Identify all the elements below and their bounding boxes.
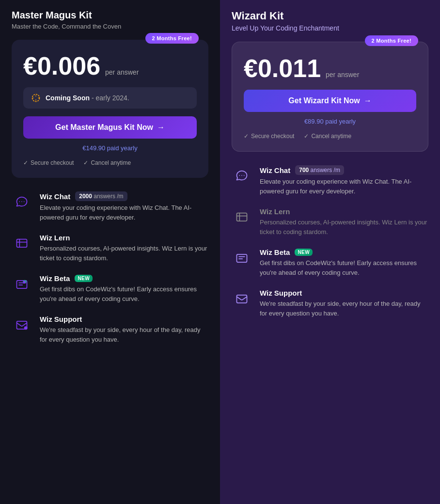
right-trust-badges: ✓ Secure checkout ✓ Cancel anytime: [244, 133, 416, 140]
wizbeta-icon-left: N: [12, 274, 32, 295]
svg-rect-1: [17, 239, 27, 247]
right-feature-wizchat: Wiz Chat 700 answers /m Elevate your cod…: [232, 165, 428, 196]
right-wizsupport-desc: We're steadfast by your side, every hour…: [260, 299, 428, 318]
right-feature-wizbeta: Wiz Beta NEW Get first dibs on CodeWiz's…: [232, 248, 428, 277]
right-wizchat-desc: Elevate your coding experience with Wiz …: [260, 177, 428, 196]
wizchat-icon-right: [232, 165, 252, 186]
left-wizsupport-name: Wiz Support: [40, 315, 82, 323]
left-panel: Master Magus Kit Master the Code, Comman…: [0, 0, 220, 504]
left-title: Master Magus Kit: [12, 10, 208, 21]
right-wizbeta-name: Wiz Beta: [260, 248, 290, 256]
coming-soon-text: Coming Soon - early 2024.: [46, 94, 129, 102]
left-wizbeta-name: Wiz Beta: [40, 274, 70, 283]
right-wizsupport-name: Wiz Support: [260, 289, 302, 297]
check-icon-1: ✓: [23, 159, 28, 166]
wizlern-icon-left: [12, 234, 32, 254]
left-subtitle: Master the Code, Command the Coven: [12, 23, 208, 30]
left-free-badge: 2 Months Free!: [145, 33, 199, 44]
right-check-icon-1: ✓: [244, 133, 249, 140]
wizlern-icon-right: [232, 207, 252, 228]
wizchat-icon-left: [12, 191, 32, 212]
left-pricing-card: 2 Months Free! €0.006 per answer Coming …: [12, 40, 208, 178]
right-wizbeta-badge: NEW: [295, 249, 313, 256]
right-check-icon-2: ✓: [304, 133, 309, 140]
left-feature-wizchat: Wiz Chat 2000 answers /m Elevate your co…: [12, 191, 208, 222]
left-wizsupport-desc: We're steadfast by your side, every hour…: [40, 325, 208, 344]
right-per-answer: per answer: [326, 71, 359, 79]
left-wizchat-badge: 2000 answers /m: [75, 191, 127, 201]
left-trust-badges: ✓ Secure checkout ✓ Cancel anytime: [23, 159, 197, 166]
check-icon-2: ✓: [83, 159, 88, 166]
svg-rect-6: [237, 213, 247, 221]
left-wizlern-name: Wiz Lern: [40, 234, 70, 242]
left-cancel-anytime: ✓ Cancel anytime: [83, 159, 131, 166]
left-wizlern-desc: Personalized courses, AI-powered insight…: [40, 244, 208, 263]
left-feature-wizbeta: N Wiz Beta NEW Get first dibs on CodeWiz…: [12, 274, 208, 303]
left-wizchat-desc: Elevate your coding experience with Wiz …: [40, 203, 208, 222]
wizbeta-icon-right: [232, 248, 252, 268]
wizsupport-icon-left: [12, 315, 32, 335]
left-wizbeta-desc: Get first dibs on CodeWiz's future! Earl…: [40, 284, 208, 303]
left-wizbeta-badge: NEW: [75, 275, 93, 282]
svg-point-5: [24, 326, 28, 330]
right-pricing-card: 2 Months Free! €0.011 per answer Get Wiz…: [232, 42, 428, 152]
right-title: Wizard Kit: [232, 10, 428, 22]
spinner-icon: [31, 93, 41, 103]
left-feature-wizlern: Wiz Lern Personalized courses, AI-powere…: [12, 234, 208, 263]
right-feature-wizlern: Wiz Lern Personalized courses, AI-powere…: [232, 207, 428, 236]
wizsupport-icon-right: [232, 289, 252, 309]
right-wizchat-name: Wiz Chat: [260, 166, 290, 174]
right-free-badge: 2 Months Free!: [365, 35, 418, 46]
left-per-answer: per answer: [105, 68, 139, 76]
left-feature-wizsupport: Wiz Support We're steadfast by your side…: [12, 315, 208, 344]
right-wizchat-badge: 700 answers /m: [295, 165, 344, 175]
right-wizbeta-desc: Get first dibs on CodeWiz's future! Earl…: [260, 258, 428, 277]
coming-soon-box: Coming Soon - early 2024.: [23, 87, 197, 109]
right-price: €0.011: [244, 56, 321, 81]
left-price: €0.006: [23, 53, 100, 79]
left-yearly-price: €149.90 paid yearly: [23, 144, 197, 152]
left-secure-checkout: ✓ Secure checkout: [23, 159, 74, 166]
right-price-row: €0.011 per answer: [244, 56, 416, 81]
right-feature-wizsupport: Wiz Support We're steadfast by your side…: [232, 289, 428, 318]
left-wizchat-name: Wiz Chat: [40, 192, 70, 201]
right-wizlern-desc: Personalized courses, AI-powered insight…: [260, 218, 428, 236]
right-wizlern-name: Wiz Lern: [260, 207, 290, 216]
svg-rect-7: [237, 254, 247, 262]
left-cta-button[interactable]: Get Master Magus Kit Now →: [23, 116, 197, 139]
right-subtitle: Level Up Your Coding Enchantment: [232, 24, 428, 32]
right-secure-checkout: ✓ Secure checkout: [244, 133, 294, 140]
left-price-row: €0.006 per answer: [23, 53, 197, 79]
right-cta-button[interactable]: Get Wizard Kit Now →: [244, 90, 416, 112]
right-panel: Wizard Kit Level Up Your Coding Enchantm…: [220, 0, 440, 504]
right-yearly-price: €89.90 paid yearly: [244, 118, 416, 125]
right-cancel-anytime: ✓ Cancel anytime: [304, 133, 351, 140]
